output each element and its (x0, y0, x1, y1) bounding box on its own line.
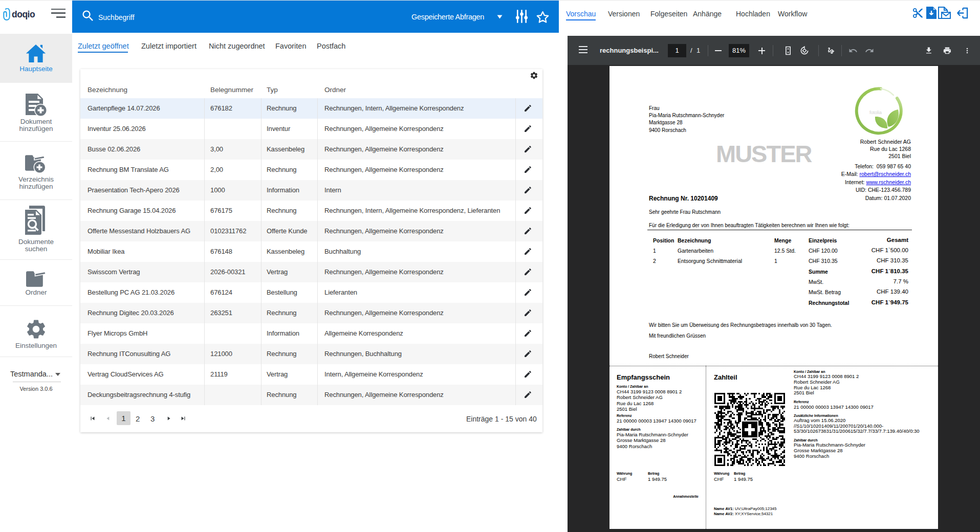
svg-text:fotolia: fotolia (869, 110, 882, 115)
